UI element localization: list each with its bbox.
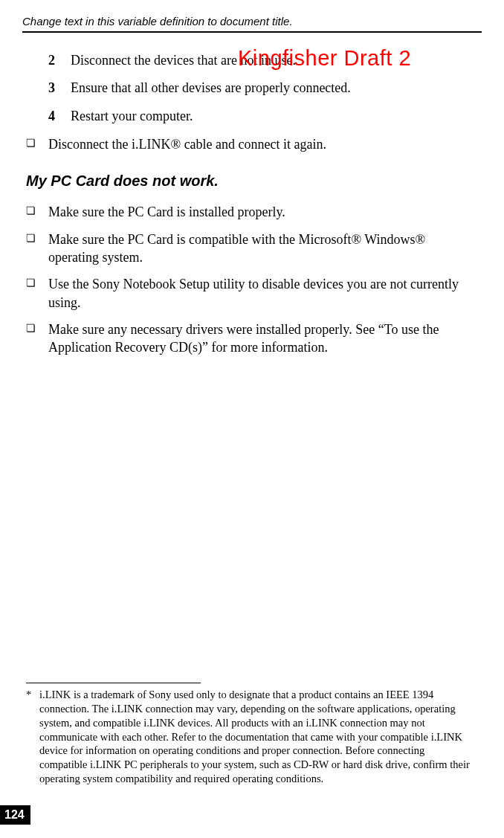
footnote-area: * i.LINK is a trademark of Sony used onl… <box>26 683 471 786</box>
footnote-mark: * <box>26 688 39 786</box>
bullet-item: ❏ Make sure the PC Card is compatible wi… <box>26 231 471 267</box>
page-content: 2 Disconnect the devices that are not in… <box>48 52 471 366</box>
bullet-icon: ❏ <box>26 135 48 149</box>
step-item: 4 Restart your computer. <box>48 108 471 125</box>
footnote-rule <box>26 683 201 683</box>
footnote: * i.LINK is a trademark of Sony used onl… <box>26 688 471 786</box>
bullet-item: ❏ Make sure the PC Card is installed pro… <box>26 203 471 221</box>
footnote-text: i.LINK is a trademark of Sony used only … <box>39 688 471 786</box>
bullet-item: ❏ Disconnect the i.LINK® cable and conne… <box>26 135 471 153</box>
bullet-item: ❏ Use the Sony Notebook Setup utility to… <box>26 275 471 312</box>
step-number: 4 <box>48 109 71 124</box>
bullet-icon: ❏ <box>26 275 48 289</box>
bullet-icon: ❏ <box>26 203 48 217</box>
step-number: 2 <box>48 53 71 68</box>
bullet-item: ❏ Make sure any necessary drivers were i… <box>26 320 471 357</box>
bullet-icon: ❏ <box>26 231 48 245</box>
header-rule <box>22 31 482 33</box>
bullet-text: Disconnect the i.LINK® cable and connect… <box>48 135 326 153</box>
page-number: 124 <box>0 805 30 825</box>
step-number: 3 <box>48 80 71 96</box>
bullet-text: Use the Sony Notebook Setup utility to d… <box>48 275 471 312</box>
bullet-icon: ❏ <box>26 320 48 335</box>
section-heading: My PC Card does not work. <box>26 173 471 190</box>
bullet-text: Make sure any necessary drivers were ins… <box>48 320 471 357</box>
header-title: Change text in this variable definition … <box>22 15 293 28</box>
step-item: 3 Ensure that all other devises are prop… <box>48 80 471 97</box>
bullet-text: Make sure the PC Card is installed prope… <box>48 203 285 221</box>
bullet-text: Make sure the PC Card is compatible with… <box>48 231 471 267</box>
draft-watermark: Kingfisher Draft 2 <box>238 46 411 71</box>
step-text: Ensure that all other devises are proper… <box>71 80 351 97</box>
step-text: Restart your computer. <box>71 108 193 125</box>
